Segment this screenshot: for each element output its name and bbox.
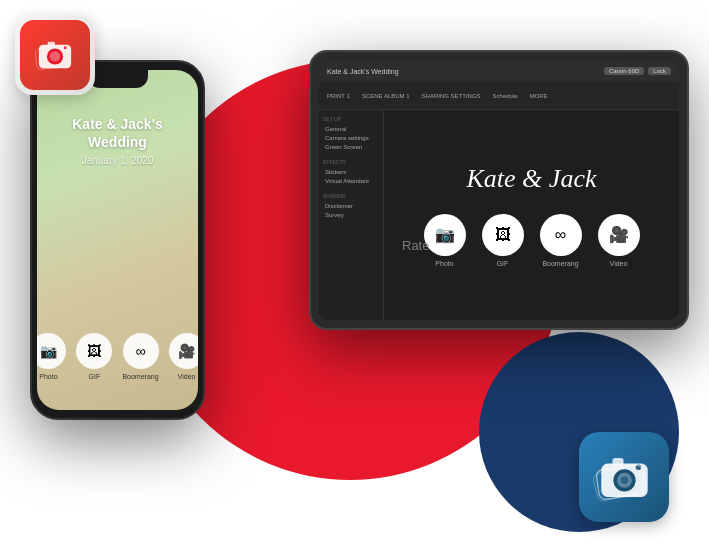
tablet-body: SET UP General Camera settings Green Scr… xyxy=(319,110,679,320)
tablet-video-col: 🎥 Video xyxy=(598,214,640,267)
tablet-photo-icon: 📷 xyxy=(435,225,455,244)
tablet-screen: Kate & Jack's Wedding Canon 60D Lock PRI… xyxy=(319,60,679,320)
tablet-event-title: Kate & Jack xyxy=(467,164,597,194)
phone-video-button[interactable]: 🎥 xyxy=(169,333,198,369)
sidebar-setup-section: SET UP General Camera settings Green Scr… xyxy=(323,116,379,151)
tablet-menu-scene[interactable]: SCENE ALBUM 1 xyxy=(362,93,410,99)
red-camera-svg xyxy=(33,33,77,77)
svg-point-2 xyxy=(50,51,60,61)
tablet-main-content: Kate & Jack 📷 Photo 🖼 GIF xyxy=(384,110,679,320)
phone-gif-btn-col[interactable]: 🖼 GIF xyxy=(76,333,112,380)
tablet-menubar: PRINT 1 SCENE ALBUM 1 SHARING SETTINGS S… xyxy=(319,82,679,110)
phone-gif-label: GIF xyxy=(89,373,101,380)
tablet-photo-label: Photo xyxy=(435,260,453,267)
phone-boomerang-button[interactable]: ∞ xyxy=(123,333,159,369)
tablet-gif-icon: 🖼 xyxy=(495,226,511,244)
phone-photo-label: Photo xyxy=(39,373,57,380)
tablet-menu-schedule[interactable]: Schedule xyxy=(493,93,518,99)
phone-event-date: January 1, 2020 xyxy=(47,155,188,166)
tablet-topbar-actions: Canon 60D Lock xyxy=(604,67,671,75)
app-icon-red-inner xyxy=(20,20,90,90)
app-icon-red[interactable] xyxy=(15,15,95,95)
sidebar-survey[interactable]: Survey xyxy=(323,211,379,219)
sidebar-sharing-section: SHARING Disclaimer Survey xyxy=(323,193,379,219)
tablet-boomerang-button[interactable]: ∞ xyxy=(540,214,582,256)
rate-label: Rate xyxy=(402,238,429,253)
tablet-topbar: Kate & Jack's Wedding Canon 60D Lock xyxy=(319,60,679,82)
tablet-title: Kate & Jack's Wedding xyxy=(327,68,600,75)
phone-buttons-row: 📷 Photo 🖼 GIF ∞ Boomerang xyxy=(37,333,198,380)
phone-video-btn-col[interactable]: 🎥 Video xyxy=(169,333,198,380)
sidebar-general[interactable]: General xyxy=(323,125,379,133)
tablet-video-button[interactable]: 🎥 xyxy=(598,214,640,256)
phone-gif-button[interactable]: 🖼 xyxy=(76,333,112,369)
phone-photo-btn-col[interactable]: 📷 Photo xyxy=(37,333,66,380)
tablet-gif-button[interactable]: 🖼 xyxy=(482,214,524,256)
phone-boomerang-label: Boomerang xyxy=(122,373,158,380)
tablet-device: Kate & Jack's Wedding Canon 60D Lock PRI… xyxy=(309,50,689,330)
tablet-photo-button[interactable]: 📷 xyxy=(424,214,466,256)
phone-boomerang-btn-col[interactable]: ∞ Boomerang xyxy=(122,333,158,380)
tablet-lock-button[interactable]: Lock xyxy=(648,67,671,75)
phone-content: Kate & Jack's Wedding January 1, 2020 xyxy=(37,95,198,176)
tablet-gif-label: GIF xyxy=(497,260,509,267)
video-icon: 🎥 xyxy=(178,344,195,358)
sidebar-disclaimer[interactable]: Disclaimer xyxy=(323,202,379,210)
phone-device: Kate & Jack's Wedding January 1, 2020 📷 … xyxy=(30,60,205,420)
phone-photo-button[interactable]: 📷 xyxy=(37,333,66,369)
phone-screen: Kate & Jack's Wedding January 1, 2020 📷 … xyxy=(37,70,198,410)
tablet-video-icon: 🎥 xyxy=(609,225,629,244)
phone-video-label: Video xyxy=(178,373,196,380)
sidebar-effects-section: EFFECTS Stickers Virtual Attendant xyxy=(323,159,379,185)
sidebar-setup-label: SET UP xyxy=(323,116,379,122)
blue-camera-svg xyxy=(592,445,657,510)
gif-icon: 🖼 xyxy=(87,344,101,358)
svg-point-9 xyxy=(620,476,627,483)
sidebar-green-screen[interactable]: Green Screen xyxy=(323,143,379,151)
svg-rect-3 xyxy=(48,42,55,46)
tablet-camera-button[interactable]: Canon 60D xyxy=(604,67,644,75)
sidebar-virtual-attendant[interactable]: Virtual Attendant xyxy=(323,177,379,185)
tablet-capture-buttons: 📷 Photo 🖼 GIF ∞ xyxy=(424,214,640,267)
tablet-photo-col: 📷 Photo xyxy=(424,214,466,267)
tablet-gif-col: 🖼 GIF xyxy=(482,214,524,267)
tablet-video-label: Video xyxy=(610,260,628,267)
tablet-menu-more[interactable]: MORE xyxy=(530,93,548,99)
svg-rect-10 xyxy=(612,458,623,465)
boomerang-icon: ∞ xyxy=(136,344,146,358)
tablet-menu-sharing[interactable]: SHARING SETTINGS xyxy=(422,93,481,99)
sidebar-effects-label: EFFECTS xyxy=(323,159,379,165)
tablet-sidebar: SET UP General Camera settings Green Scr… xyxy=(319,110,384,320)
tablet-menu-print[interactable]: PRINT 1 xyxy=(327,93,350,99)
phone-notch xyxy=(88,70,148,88)
tablet-boomerang-label: Boomerang xyxy=(542,260,578,267)
tablet-boomerang-icon: ∞ xyxy=(555,226,566,244)
phone-event-title: Kate & Jack's Wedding xyxy=(47,115,188,151)
app-icon-blue[interactable] xyxy=(579,432,669,522)
scene: Kate & Jack's Wedding January 1, 2020 📷 … xyxy=(0,0,709,552)
tablet-boomerang-col: ∞ Boomerang xyxy=(540,214,582,267)
sidebar-stickers[interactable]: Stickers xyxy=(323,168,379,176)
camera-icon: 📷 xyxy=(40,344,57,358)
sidebar-camera-settings[interactable]: Camera settings xyxy=(323,134,379,142)
sidebar-sharing-label: SHARING xyxy=(323,193,379,199)
